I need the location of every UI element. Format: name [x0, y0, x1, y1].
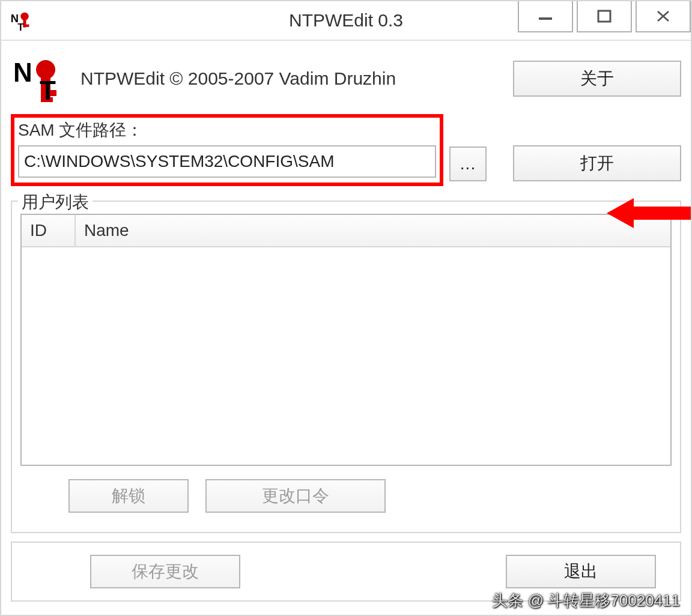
svg-rect-6 — [598, 11, 610, 22]
column-id[interactable]: ID — [22, 215, 76, 246]
maximize-button[interactable] — [577, 1, 632, 32]
bottom-bar: 保存更改 退出 — [11, 542, 681, 602]
open-button[interactable]: 打开 — [513, 145, 681, 181]
listview-header: ID Name — [22, 215, 670, 247]
window-controls — [514, 1, 691, 34]
listview-body — [22, 247, 670, 465]
minimize-button[interactable] — [518, 1, 573, 32]
userlist-legend: 用户列表 — [18, 191, 93, 214]
userlist-groupbox: 用户列表 ID Name 解锁 更改口令 — [11, 201, 681, 533]
userlist-listview[interactable]: ID Name — [20, 214, 672, 466]
sam-path-row: SAM 文件路径： ... 打开 — [11, 114, 681, 186]
unlock-button[interactable]: 解锁 — [68, 479, 189, 513]
content-area: N T NTPWEdit © 2005-2007 Vadim Druzhin 关… — [1, 41, 691, 533]
svg-rect-3 — [23, 25, 29, 27]
sam-path-label: SAM 文件路径： — [18, 119, 436, 142]
browse-button[interactable]: ... — [449, 146, 487, 181]
sam-highlight-box: SAM 文件路径： — [11, 114, 443, 186]
app-window: N T NTPWEdit 0.3 N — [0, 0, 692, 616]
header-row: N T NTPWEdit © 2005-2007 Vadim Druzhin 关… — [11, 52, 681, 106]
svg-text:N: N — [13, 58, 32, 87]
logo-icon: N T — [11, 52, 71, 106]
app-icon: N T — [7, 6, 36, 35]
svg-text:T: T — [17, 22, 23, 32]
svg-text:T: T — [40, 76, 56, 105]
change-password-button[interactable]: 更改口令 — [205, 479, 386, 513]
svg-rect-5 — [539, 17, 552, 20]
exit-button[interactable]: 退出 — [506, 555, 656, 588]
userlist-actions: 解锁 更改口令 — [20, 466, 672, 524]
close-button[interactable] — [636, 1, 691, 32]
save-changes-button[interactable]: 保存更改 — [90, 555, 240, 588]
copyright-text: NTPWEdit © 2005-2007 Vadim Druzhin — [80, 68, 503, 89]
sam-path-input[interactable] — [18, 145, 436, 178]
column-name[interactable]: Name — [76, 215, 670, 246]
titlebar: N T NTPWEdit 0.3 — [1, 1, 691, 41]
about-button[interactable]: 关于 — [513, 61, 681, 97]
